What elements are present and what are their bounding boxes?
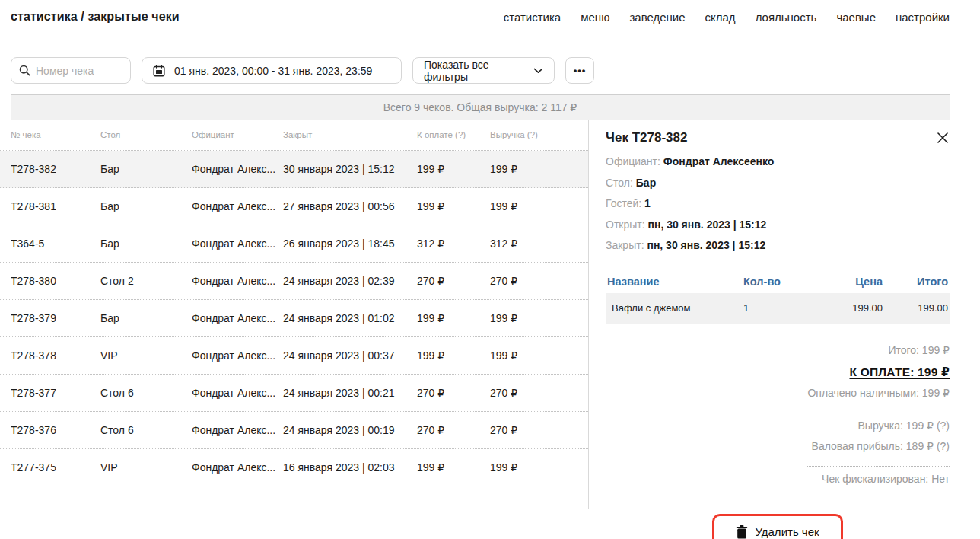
cell-number: T278-379 xyxy=(11,312,100,324)
cell-revenue: 312 ₽ xyxy=(490,238,588,250)
totals-divider xyxy=(807,409,950,413)
cell-number: T278-377 xyxy=(11,387,100,399)
table-row[interactable]: T364-5 Бар Фондрат Алекс... 26 января 20… xyxy=(0,225,588,263)
summary-text: Всего 9 чеков. Общая выручка: 2 117 ₽ xyxy=(383,101,578,113)
cell-table: VIP xyxy=(100,349,192,362)
item-col-price: Цена xyxy=(814,276,884,288)
cell-closed: 27 января 2023 | 00:56 xyxy=(283,200,417,212)
info-label: Стол: xyxy=(606,177,633,189)
more-filters-button[interactable]: ••• xyxy=(565,57,594,84)
cell-number: T278-381 xyxy=(11,200,100,212)
cell-table: Стол 2 xyxy=(100,275,192,287)
closed-receipts-page: статистика / закрытые чеки статистика ме… xyxy=(0,0,980,539)
cell-topay: 199 ₽ xyxy=(417,349,490,362)
show-all-filters-dropdown[interactable]: Показать все фильтры xyxy=(412,57,555,84)
cell-waiter: Фондрат Алекс... xyxy=(192,312,283,324)
info-value: Бар xyxy=(636,177,656,189)
cell-number: T364-5 xyxy=(11,238,100,250)
cell-waiter: Фондрат Алекс... xyxy=(192,238,283,250)
receipts-table-header: № чека Стол Официант Закрыт К оплате (?)… xyxy=(0,120,588,150)
info-opened: Открыт: пн, 30 янв. 2023 | 15:12 xyxy=(606,215,950,236)
cell-revenue: 199 ₽ xyxy=(490,163,588,175)
receipt-search-box[interactable] xyxy=(11,57,131,84)
cell-revenue: 270 ₽ xyxy=(490,387,588,399)
col-header-closed: Закрыт xyxy=(283,130,417,139)
table-row[interactable]: T278-380 Стол 2 Фондрат Алекс... 24 янва… xyxy=(0,263,588,300)
total-to-pay: К ОПЛАТЕ: 199 ₽ xyxy=(606,361,950,383)
nav-item-settings[interactable]: настройки xyxy=(896,11,950,24)
show-all-filters-label: Показать все фильтры xyxy=(424,59,533,83)
cell-topay: 270 ₽ xyxy=(417,387,490,399)
info-value: пн, 30 янв. 2023 | 15:12 xyxy=(647,239,765,251)
cell-revenue: 199 ₽ xyxy=(490,312,588,324)
cell-topay: 270 ₽ xyxy=(417,275,490,287)
nav-item-loyalty[interactable]: лояльность xyxy=(756,11,817,24)
date-range-picker[interactable]: 01 янв. 2023, 00:00 - 31 янв. 2023, 23:5… xyxy=(142,57,402,84)
table-row[interactable]: T278-381 Бар Фондрат Алекс... 27 января … xyxy=(0,188,588,225)
cell-closed: 30 января 2023 | 15:12 xyxy=(283,163,417,175)
cell-closed: 24 января 2023 | 02:39 xyxy=(283,275,417,287)
ellipsis-icon: ••• xyxy=(574,65,587,76)
col-header-number: № чека xyxy=(11,130,100,139)
cell-table: Стол 6 xyxy=(100,424,192,436)
item-price: 199.00 xyxy=(814,302,884,314)
cell-table: Бар xyxy=(100,163,192,175)
cell-number: T278-382 xyxy=(11,163,100,175)
nav-item-statistics[interactable]: статистика xyxy=(504,11,561,24)
cell-closed: 26 января 2023 | 18:45 xyxy=(283,238,417,250)
top-header: статистика / закрытые чеки статистика ме… xyxy=(0,0,980,24)
cell-closed: 24 января 2023 | 00:21 xyxy=(283,387,417,399)
info-closed: Закрыт: пн, 30 янв. 2023 | 15:12 xyxy=(606,235,950,257)
info-table: Стол: Бар xyxy=(606,173,950,194)
table-row[interactable]: T278-377 Стол 6 Фондрат Алекс... 24 янва… xyxy=(0,375,588,412)
cell-closed: 24 января 2023 | 00:19 xyxy=(283,424,417,436)
col-header-topay: К оплате (?) xyxy=(417,130,490,139)
nav-item-tips[interactable]: чаевые xyxy=(836,11,876,24)
table-row[interactable]: T278-379 Бар Фондрат Алекс... 24 января … xyxy=(0,300,588,337)
trash-icon xyxy=(736,525,748,539)
info-label: Открыт: xyxy=(606,218,645,231)
annotation-highlight: Удалить чек xyxy=(712,514,842,539)
cell-number: T278-378 xyxy=(11,349,100,362)
total-paid-cash: Оплачено наличными: 199 ₽ xyxy=(606,383,950,403)
receipt-title: Чек T278-382 xyxy=(606,130,687,145)
table-row[interactable]: T278-378 VIP Фондрат Алекс... 24 января … xyxy=(0,337,588,375)
items-table-header: Название Кол-во Цена Итого xyxy=(606,270,950,293)
item-col-qty: Кол-во xyxy=(742,276,814,288)
cell-closed: 16 января 2023 | 02:03 xyxy=(283,461,417,474)
breadcrumb: статистика / закрытые чеки xyxy=(11,10,180,24)
delete-receipt-button[interactable]: Удалить чек xyxy=(716,518,838,539)
search-input[interactable] xyxy=(36,65,123,77)
cell-topay: 199 ₽ xyxy=(417,163,490,175)
cell-waiter: Фондрат Алекс... xyxy=(192,424,283,436)
cell-revenue: 270 ₽ xyxy=(490,275,588,287)
main-content: № чека Стол Официант Закрыт К оплате (?)… xyxy=(0,120,980,509)
calendar-icon xyxy=(153,65,165,77)
table-row[interactable]: T277-375 VIP Фондрат Алекс... 16 января … xyxy=(0,449,588,486)
table-row[interactable]: T278-382 Бар Фондрат Алекс... 30 января … xyxy=(0,151,588,188)
cell-table: Бар xyxy=(100,238,192,250)
cell-topay: 199 ₽ xyxy=(417,312,490,324)
cell-waiter: Фондрат Алекс... xyxy=(192,349,283,362)
filter-bar: 01 янв. 2023, 00:00 - 31 янв. 2023, 23:5… xyxy=(11,57,980,84)
close-icon[interactable] xyxy=(936,131,950,145)
nav-item-venue[interactable]: заведение xyxy=(629,11,685,24)
cell-revenue: 199 ₽ xyxy=(490,200,588,212)
info-label: Официант: xyxy=(606,155,660,167)
cell-table: Бар xyxy=(100,312,192,324)
nav-item-menu[interactable]: меню xyxy=(581,11,609,24)
cell-table: VIP xyxy=(100,461,192,474)
total-fiscalized: Чек фискализирован: Нет xyxy=(606,469,950,490)
total-subtotal: Итого: 199 ₽ xyxy=(606,340,950,361)
total-gross-profit: Валовая прибыль: 189 ₽ (?) xyxy=(606,436,950,457)
info-guests: Гостей: 1 xyxy=(606,193,950,215)
summary-bar: Всего 9 чеков. Общая выручка: 2 117 ₽ xyxy=(11,94,950,120)
cell-closed: 24 января 2023 | 01:02 xyxy=(283,312,417,324)
nav-item-warehouse[interactable]: склад xyxy=(705,11,736,24)
item-total: 199.00 xyxy=(884,302,950,314)
table-row[interactable]: T278-376 Стол 6 Фондрат Алекс... 24 янва… xyxy=(0,412,588,449)
cell-waiter: Фондрат Алекс... xyxy=(192,200,283,212)
receipts-table-body: T278-382 Бар Фондрат Алекс... 30 января … xyxy=(0,150,588,486)
col-header-waiter: Официант xyxy=(192,130,283,139)
cell-table: Бар xyxy=(100,200,192,212)
